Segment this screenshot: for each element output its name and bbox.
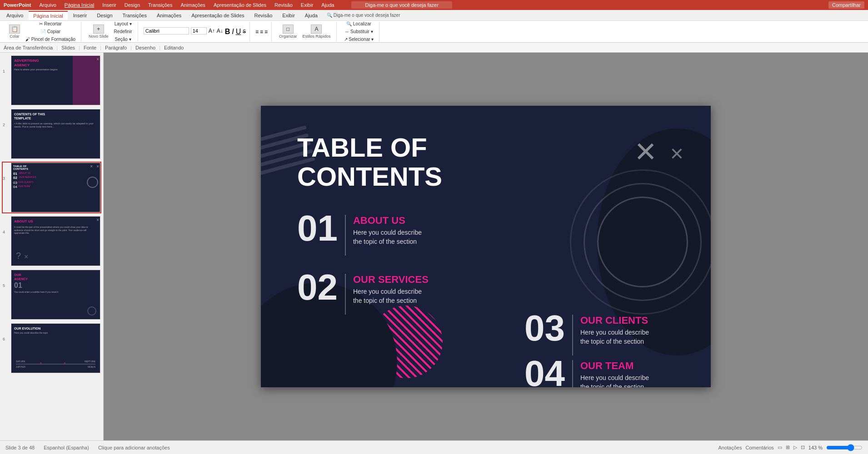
btn-recortar[interactable]: ✂ Recortar [24, 20, 77, 27]
share-button[interactable]: Compartilhar [828, 1, 864, 9]
ribbon-group-clipboard: 📋 Colar ✂ Recortar 📄 Copiar 🖌 Pincel de … [4, 22, 81, 41]
formula-area: Área de Transferência | Slides | Fonte |… [0, 43, 868, 53]
toc-divider-2 [345, 274, 346, 315]
menu-inserir[interactable]: Inserir [102, 2, 116, 8]
toc-item-2: 02 OUR SERVICES Here you could describe … [297, 269, 429, 315]
font-size-down[interactable]: A↓ [217, 28, 223, 34]
align-center-btn[interactable]: ≡ [260, 29, 263, 35]
zoom-slider[interactable] [826, 444, 863, 451]
comments-btn[interactable]: Comentários [745, 445, 773, 450]
slide-thumb-5[interactable]: 5 OUR AGENCY 01 You could enter a subtit… [2, 269, 101, 321]
notes-btn[interactable]: Anotações [718, 445, 742, 450]
menu-arquivo[interactable]: Arquivo [40, 2, 56, 8]
toc-number-1: 01 [297, 210, 338, 247]
menu-design[interactable]: Design [125, 2, 140, 8]
btn-localizar[interactable]: 🔍 Localizar [342, 20, 376, 27]
slide-num-5: 5 [3, 270, 9, 288]
btn-layout[interactable]: Layout ▾ [112, 20, 134, 27]
slides-label: Slides [61, 45, 75, 50]
menu-slide-3[interactable]: × [90, 164, 93, 169]
slide-num-1: 1 [3, 55, 9, 74]
menu-transicoes[interactable]: Transições [148, 2, 172, 8]
tab-ajuda[interactable]: Ajuda [300, 11, 322, 20]
toc-divider-3 [572, 315, 573, 355]
close-slide-4[interactable]: × [96, 217, 99, 222]
menu-revisao[interactable]: Revisão [274, 2, 293, 8]
tab-apresentacao[interactable]: Apresentação de Slides [187, 11, 249, 20]
menu-ajuda[interactable]: Ajuda [321, 2, 334, 8]
menu-exibir[interactable]: Exibir [301, 2, 314, 8]
slide-thumb-1[interactable]: 1 ADVERTISING AGENCY Here is where your … [2, 54, 101, 106]
btn-redefinir[interactable]: Redefinir [112, 28, 134, 35]
slide-info: Slide 3 de 48 [5, 445, 35, 450]
slide-thumb-6[interactable]: 6 OUR EVOLUTION Here you could describe … [2, 322, 101, 374]
slide-preview-1[interactable]: ADVERTISING AGENCY Here is where your pr… [11, 55, 100, 105]
main-slide: × × TABLE OF CONTENTS 01 ABOUT US Here y… [261, 106, 711, 387]
tab-revisao[interactable]: Revisão [250, 11, 277, 20]
tab-animacoes[interactable]: Animações [152, 11, 186, 20]
notes-placeholder[interactable]: Clique para adicionar anotações [98, 445, 170, 450]
toc-item-3: 03 OUR CLIENTS Here you could describe t… [524, 310, 649, 355]
deco-circle-outline-1 [597, 197, 688, 287]
btn-pincel[interactable]: 🖌 Pincel de Formatação [24, 36, 77, 43]
menu-pagina-inicial[interactable]: Página Inicial [65, 2, 94, 8]
toc-text-3: OUR CLIENTS Here you could describe the … [580, 310, 649, 346]
btn-copiar[interactable]: 📄 Copiar [24, 28, 77, 35]
slide-preview-4[interactable]: ABOUT US It could be the part of the pre… [11, 216, 100, 266]
ribbon-group-paragrafo: ≡ ≡ ≡ [252, 22, 272, 41]
view-reading[interactable]: ▷ [793, 444, 797, 450]
btn-selecionar[interactable]: ↗ Selecionar ▾ [342, 36, 376, 43]
toc-divider-4 [572, 360, 573, 387]
paragrafo-label: Parágrafo [105, 45, 127, 50]
toc-text-4: OUR TEAM Here you could describe the top… [580, 355, 649, 387]
tab-transicoes[interactable]: Transições [118, 11, 151, 20]
ribbon-group-fonte: A↑ A↓ B I U S [140, 22, 250, 41]
slide-thumb-3[interactable]: 3 TABLE OF CONTENTS 01 ABOUT US 02 OUR S… [2, 162, 101, 213]
tab-arquivo[interactable]: Arquivo [2, 11, 28, 20]
desenho-label: Desenho [135, 45, 155, 50]
toc-title-4: OUR TEAM [580, 360, 649, 372]
bold-btn[interactable]: B [225, 28, 230, 36]
btn-organizar[interactable]: □ Organizar [277, 24, 299, 39]
close-slide-3[interactable]: × [96, 164, 99, 169]
tab-exibir[interactable]: Exibir [278, 11, 299, 20]
align-right-btn[interactable]: ≡ [264, 29, 268, 35]
slide-thumb-4[interactable]: 4 ABOUT US It could be the part of the p… [2, 215, 101, 267]
ribbon-group-editando: 🔍 Localizar ↔ Substituir ▾ ↗ Selecionar … [339, 22, 380, 41]
btn-novo-slide[interactable]: + Novo Slide [87, 24, 110, 39]
slide-num-2: 2 [3, 109, 9, 127]
slide-preview-6[interactable]: OUR EVOLUTION Here you could describe th… [11, 323, 100, 373]
strikethrough-btn[interactable]: S [243, 29, 246, 34]
slide-thumb-2[interactable]: 2 CONTENTS OF THIS TEMPLATE • A title sl… [2, 108, 101, 160]
search-ribbon[interactable]: 🔍 Diga-me o que você deseja fazer [327, 13, 400, 18]
search-box[interactable]: Diga-me o que você deseja fazer [351, 1, 452, 9]
italic-btn[interactable]: I [232, 28, 234, 36]
btn-colar[interactable]: 📋 Colar [7, 24, 22, 39]
fonte-label: Fonte [84, 45, 96, 50]
align-left-btn[interactable]: ≡ [255, 29, 259, 35]
menu-apresentacao[interactable]: Apresentação de Slides [214, 2, 266, 8]
ribbon-content: 📋 Colar ✂ Recortar 📄 Copiar 🖌 Pincel de … [0, 20, 868, 42]
font-family-input[interactable] [144, 27, 189, 35]
new-slide-icon: + [93, 25, 104, 34]
view-normal[interactable]: ▭ [778, 444, 782, 450]
tab-pagina-inicial[interactable]: Página Inicial [29, 11, 67, 20]
font-size-input[interactable] [191, 27, 207, 35]
tab-design[interactable]: Design [92, 11, 117, 20]
slide-preview-3[interactable]: TABLE OF CONTENTS 01 ABOUT US 02 OUR SER… [11, 163, 100, 212]
view-presentation[interactable]: ⊡ [801, 444, 805, 450]
btn-secao[interactable]: Seção ▾ [112, 36, 134, 43]
view-slide-sorter[interactable]: ⊞ [786, 444, 790, 450]
font-size-up[interactable]: A↑ [209, 28, 215, 34]
canvas-area[interactable]: × × TABLE OF CONTENTS 01 ABOUT US Here y… [104, 53, 868, 440]
toc-desc-4: Here you could describe the topic of the… [580, 374, 649, 387]
tab-inserir[interactable]: Inserir [69, 11, 92, 20]
underline-btn[interactable]: U [236, 28, 241, 36]
btn-substituir[interactable]: ↔ Substituir ▾ [342, 28, 376, 35]
close-slide-1[interactable]: × [96, 57, 99, 62]
slide-preview-5[interactable]: OUR AGENCY 01 You could enter a subtitle… [11, 270, 100, 320]
menu-animacoes[interactable]: Animações [180, 2, 205, 8]
slide-panel[interactable]: 1 ADVERTISING AGENCY Here is where your … [0, 53, 104, 440]
btn-estilos-rapidos[interactable]: A Estilos Rápidos [300, 24, 332, 39]
slide-preview-2[interactable]: CONTENTS OF THIS TEMPLATE • A title slid… [11, 109, 100, 159]
